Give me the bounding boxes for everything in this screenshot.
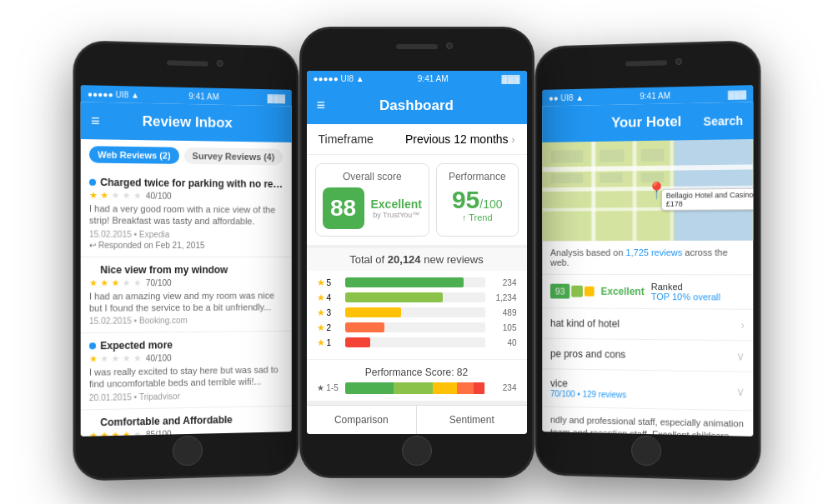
ranked-info: Ranked TOP 10% overall — [650, 282, 744, 302]
review-snippet: ndly and professional staff, especially … — [542, 407, 753, 436]
header-title-left: Review Inbox — [142, 112, 232, 131]
list-item[interactable]: pe pros and cons ∨ — [542, 338, 753, 372]
camera-left — [216, 59, 223, 66]
star-icon: ★ — [88, 189, 97, 200]
screen-center: ●●●●● UI8 ▲ 9:41 AM ▓▓▓ ≡ Dashboard Time… — [307, 71, 527, 434]
perf-bar-label: ★ 1-5 — [317, 383, 340, 392]
star-icon: ★ — [317, 277, 325, 288]
table-row[interactable]: Nice view from my window ★ ★ ★ ★ ★ 70/10… — [80, 257, 291, 333]
star-icon: ★ — [317, 292, 325, 303]
review-list: Charged twice for parking with no ref...… — [80, 169, 291, 436]
star-icon: ★ — [317, 322, 325, 333]
table-row[interactable]: Expected more ★ ★ ★ ★ ★ 40/100 I was rea… — [80, 332, 291, 410]
perf-score-label: Performance Score: 82 — [317, 367, 517, 378]
timeframe-value-text: Previous 12 months — [405, 132, 509, 146]
svg-rect-6 — [632, 141, 636, 241]
chevron-down-icon-2: ∨ — [735, 384, 744, 397]
status-battery-left: ▓▓▓ — [267, 92, 284, 102]
star-empty-icon: ★ — [100, 353, 108, 364]
ranked-excellent-label: Excellent — [600, 285, 644, 297]
svg-rect-10 — [600, 149, 625, 162]
bar-count-3: 489 — [490, 308, 517, 317]
home-button-right[interactable] — [631, 435, 661, 466]
score-number: 88 — [323, 187, 364, 229]
star-icon: ★ — [122, 429, 130, 437]
review-title: Expected more — [100, 339, 173, 352]
analysis-link[interactable]: 1,725 reviews — [625, 247, 682, 257]
star-icon: ★ — [111, 429, 119, 436]
performance-card: Performance 95/100 ↑ Trend — [436, 163, 519, 237]
star-empty-icon: ★ — [133, 277, 141, 287]
review-meta: 15.02.2015 • Booking.com — [88, 315, 283, 326]
perf-seg-5 — [474, 382, 484, 394]
menu-item-label-1: hat kind of hotel — [549, 317, 619, 330]
rating-bars: ★5 234 ★4 1,234 ★3 489 ★2 105 — [307, 271, 527, 359]
tab-sentiment[interactable]: Sentiment — [417, 406, 527, 434]
camera-center — [446, 42, 453, 49]
screen-left: ●●●●● UI8 ▲ 9:41 AM ▓▓▓ ≡ Review Inbox W… — [80, 85, 291, 437]
list-item[interactable]: vice 70/100 • 129 reviews ∨ — [542, 369, 753, 411]
review-meta: 15.02.2015 • Expedia — [88, 229, 283, 239]
perf-bar-container — [345, 382, 485, 394]
chevron-right-icon: › — [740, 317, 745, 331]
star-empty-icon: ★ — [133, 190, 141, 201]
rating-row-1: ★1 40 — [317, 337, 517, 348]
perf-seg-2 — [394, 382, 433, 394]
bar-count-5: 234 — [490, 278, 517, 287]
bar-container — [345, 277, 485, 287]
phone-center: ●●●●● UI8 ▲ 9:41 AM ▓▓▓ ≡ Dashboard Time… — [300, 27, 534, 477]
star-empty-icon: ★ — [133, 428, 141, 436]
scores-row: Overall score 88 Excellent by TrustYou™ … — [307, 155, 527, 245]
star-icon: ★ — [100, 429, 108, 436]
ranked-value: TOP 10% overall — [650, 292, 744, 302]
trustyou-label: by TrustYou™ — [371, 211, 422, 219]
tab-survey-reviews[interactable]: Survey Reviews (4) — [183, 147, 282, 165]
bottom-tabs: Comparison Sentiment — [307, 405, 527, 434]
star-icon: ★ — [88, 430, 97, 437]
status-battery-center: ▓▓▓ — [502, 74, 520, 83]
map-container[interactable]: 📍 Bellagio Hotel and Casino£178 — [542, 138, 753, 240]
home-button-center[interactable] — [402, 436, 432, 466]
bar-count-4: 1,234 — [490, 293, 517, 302]
tab-comparison[interactable]: Comparison — [307, 406, 418, 434]
menu-icon-left[interactable]: ≡ — [90, 112, 99, 129]
status-time-center: 9:41 AM — [418, 74, 449, 83]
screen-right: ●● UI8 ▲ 9:41 AM ▓▓▓ Your Hotel Search — [542, 85, 753, 437]
timeframe-bar[interactable]: Timeframe Previous 12 months › — [307, 124, 527, 155]
excellent-label: Excellent — [371, 197, 422, 211]
table-row[interactable]: Comfortable and Affordable ★ ★ ★ ★ ★ 85/… — [80, 406, 291, 437]
map-label: Bellagio Hotel and Casino£178 — [660, 187, 753, 210]
review-title: Charged twice for parking with no ref... — [100, 176, 284, 189]
star-icon: ★ — [317, 337, 325, 348]
search-action-right[interactable]: Search — [703, 113, 742, 127]
perf-seg-4 — [457, 382, 474, 394]
analysis-section: Analysis based on 1,725 reviews across t… — [542, 240, 753, 275]
phones-container: ●●●●● UI8 ▲ 9:41 AM ▓▓▓ ≡ Review Inbox W… — [42, 11, 792, 494]
star-empty-icon: ★ — [122, 353, 130, 364]
perf-outof: /100 — [479, 197, 502, 211]
star-num: 4 — [327, 293, 332, 302]
perf-score-value: 95 — [452, 186, 479, 213]
timeframe-label: Timeframe — [319, 132, 374, 146]
bar-fill-5 — [345, 277, 464, 287]
tab-web-reviews[interactable]: Web Reviews (2) — [88, 146, 178, 164]
star-num: 5 — [327, 278, 332, 287]
unread-dot — [88, 178, 95, 185]
star-empty-icon: ★ — [111, 353, 119, 364]
header-left: ≡ Review Inbox — [80, 102, 291, 142]
home-button-left[interactable] — [173, 435, 203, 466]
review-text: I had an amazing view and my room was ni… — [88, 289, 283, 314]
camera-right — [675, 57, 682, 64]
menu-icon-center[interactable]: ≡ — [317, 97, 326, 114]
phone-left: ●●●●● UI8 ▲ 9:41 AM ▓▓▓ ≡ Review Inbox W… — [73, 41, 298, 481]
score-badge: 40/100 — [145, 353, 171, 362]
table-row[interactable]: Charged twice for parking with no ref...… — [80, 169, 291, 257]
bar-count-2: 105 — [490, 323, 517, 332]
status-signal-center: ●●●●● UI8 ▲ — [314, 74, 364, 83]
rating-row-3: ★3 489 — [317, 307, 517, 318]
review-text: I was really excited to stay here but wa… — [88, 363, 283, 390]
header-title-center: Dashboard — [379, 97, 454, 114]
list-item[interactable]: hat kind of hotel › — [542, 308, 753, 341]
star-empty-icon: ★ — [122, 277, 130, 287]
chevron-down-icon: ∨ — [735, 349, 744, 362]
